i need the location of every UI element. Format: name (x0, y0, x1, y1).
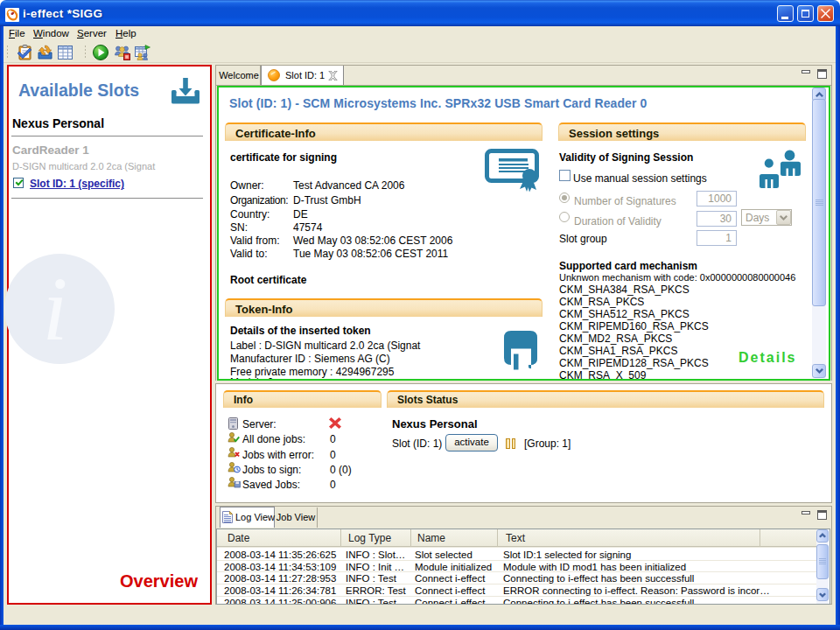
svg-text:i: i (43, 258, 68, 359)
